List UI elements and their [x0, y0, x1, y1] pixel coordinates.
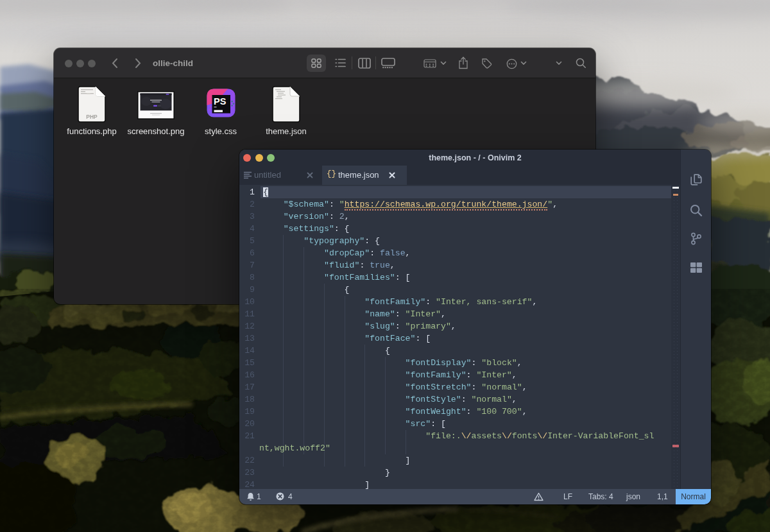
svg-text:PHP: PHP — [86, 114, 98, 120]
svg-text:PS: PS — [214, 96, 227, 107]
